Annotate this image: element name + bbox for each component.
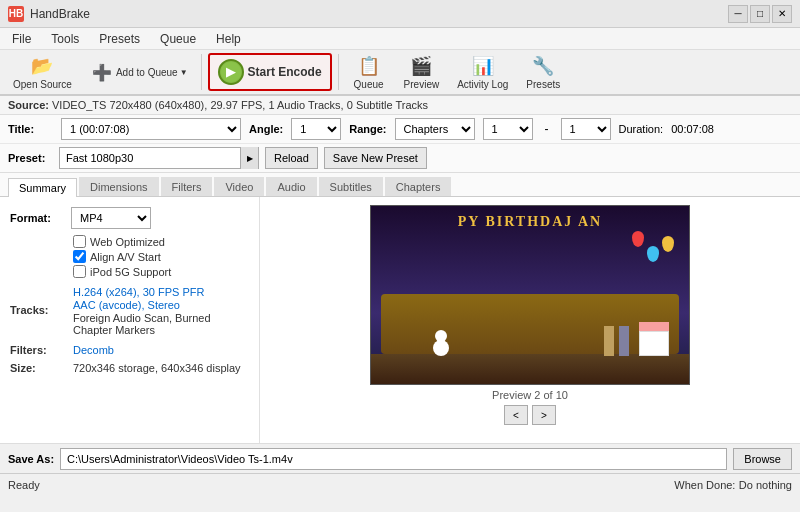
tab-chapters[interactable]: Chapters xyxy=(385,177,452,196)
presets-icon: 🔧 xyxy=(531,54,555,78)
maximize-button[interactable]: □ xyxy=(750,5,770,23)
size-row: Size: 720x346 storage, 640x346 display xyxy=(10,362,249,374)
queue-button[interactable]: 📋 Queue xyxy=(345,50,393,94)
tab-audio[interactable]: Audio xyxy=(266,177,316,196)
preview-caption: Preview 2 of 10 xyxy=(492,389,568,401)
angle-label: Angle: xyxy=(249,123,283,135)
separator-2 xyxy=(338,54,339,90)
format-row: Format: MP4 xyxy=(10,207,249,229)
presets-button[interactable]: 🔧 Presets xyxy=(519,50,567,94)
tracks-list: H.264 (x264), 30 FPS PFR AAC (avcode), S… xyxy=(73,286,211,336)
status-text: Ready xyxy=(8,479,40,491)
status-bar: Ready When Done: Do nothing xyxy=(0,473,800,495)
menu-tools[interactable]: Tools xyxy=(43,30,87,48)
source-value: VIDEO_TS 720x480 (640x480), 29.97 FPS, 1… xyxy=(52,99,428,111)
chapter-from-select[interactable]: 1 xyxy=(483,118,533,140)
chapter-dash: - xyxy=(545,122,549,136)
menu-queue[interactable]: Queue xyxy=(152,30,204,48)
figure-2 xyxy=(604,326,614,356)
save-new-preset-button[interactable]: Save New Preset xyxy=(324,147,427,169)
preview-next-button[interactable]: > xyxy=(532,405,556,425)
title-row: Title: 1 (00:07:08) Angle: 1 Range: Chap… xyxy=(0,115,800,144)
reload-button[interactable]: Reload xyxy=(265,147,318,169)
separator-1 xyxy=(201,54,202,90)
menu-presets[interactable]: Presets xyxy=(91,30,148,48)
add-to-queue-button[interactable]: ➕ Add to Queue ▼ xyxy=(83,56,195,88)
when-done-value: Do nothing xyxy=(739,479,792,491)
size-label: Size: xyxy=(10,362,65,374)
menu-bar: File Tools Presets Queue Help xyxy=(0,28,800,50)
preview-prev-button[interactable]: < xyxy=(504,405,528,425)
tab-dimensions[interactable]: Dimensions xyxy=(79,177,158,196)
figure-1 xyxy=(619,326,629,356)
open-source-button[interactable]: 📂 Open Source xyxy=(6,50,79,94)
format-select[interactable]: MP4 xyxy=(71,207,151,229)
ipod-5g-checkbox[interactable] xyxy=(73,265,86,278)
size-value: 720x346 storage, 640x346 display xyxy=(73,362,241,374)
filters-value: Decomb xyxy=(73,344,114,356)
align-av-row: Align A/V Start xyxy=(73,250,249,263)
video-preview: PY BIRTHDAJ AN xyxy=(370,205,690,385)
title-select[interactable]: 1 (00:07:08) xyxy=(61,118,241,140)
filters-label: Filters: xyxy=(10,344,65,356)
app-title: HandBrake xyxy=(30,7,90,21)
title-label: Title: xyxy=(8,123,53,135)
activity-log-icon: 📊 xyxy=(471,54,495,78)
chapter-to-select[interactable]: 1 xyxy=(561,118,611,140)
range-label: Range: xyxy=(349,123,386,135)
tracks-label: Tracks: xyxy=(10,304,65,316)
duration-value: 00:07:08 xyxy=(671,123,714,135)
start-encode-button[interactable]: ▶ Start Encode xyxy=(208,53,332,91)
angle-select[interactable]: 1 xyxy=(291,118,341,140)
save-bar: Save As: Browse xyxy=(0,443,800,473)
preview-nav: < > xyxy=(504,405,556,425)
activity-log-button[interactable]: 📊 Activity Log xyxy=(450,50,515,94)
preset-label: Preset: xyxy=(8,152,53,164)
snowball-top xyxy=(435,330,447,342)
close-button[interactable]: ✕ xyxy=(772,5,792,23)
preset-row: Preset: ▶ Reload Save New Preset xyxy=(0,144,800,173)
web-optimized-label: Web Optimized xyxy=(90,236,165,248)
save-as-label: Save As: xyxy=(8,453,54,465)
tab-filters[interactable]: Filters xyxy=(161,177,213,196)
source-label: Source: xyxy=(8,99,52,111)
source-bar: Source: VIDEO_TS 720x480 (640x480), 29.9… xyxy=(0,96,800,115)
cake xyxy=(639,321,669,356)
filters-row: Filters: Decomb xyxy=(10,344,249,356)
tab-video[interactable]: Video xyxy=(214,177,264,196)
track-2: Foreign Audio Scan, Burned xyxy=(73,312,211,324)
balloon-2 xyxy=(647,246,659,262)
menu-file[interactable]: File xyxy=(4,30,39,48)
menu-help[interactable]: Help xyxy=(208,30,249,48)
web-optimized-checkbox[interactable] xyxy=(73,235,86,248)
track-0: H.264 (x264), 30 FPS PFR xyxy=(73,286,211,298)
tracks-row: Tracks: H.264 (x264), 30 FPS PFR AAC (av… xyxy=(10,286,249,336)
tab-subtitles[interactable]: Subtitles xyxy=(319,177,383,196)
tabs-bar: Summary Dimensions Filters Video Audio S… xyxy=(0,173,800,197)
floor xyxy=(371,354,689,384)
table xyxy=(381,294,679,354)
snowman xyxy=(431,321,451,356)
left-panel: Format: MP4 Web Optimized Align A/V Star… xyxy=(0,197,260,443)
ipod-5g-row: iPod 5G Support xyxy=(73,265,249,278)
open-source-icon: 📂 xyxy=(30,54,54,78)
toolbar: 📂 Open Source ➕ Add to Queue ▼ ▶ Start E… xyxy=(0,50,800,96)
duration-label: Duration: xyxy=(619,123,664,135)
preview-button[interactable]: 🎬 Preview xyxy=(397,50,447,94)
range-select[interactable]: Chapters xyxy=(395,118,475,140)
save-path-input[interactable] xyxy=(60,448,727,470)
add-queue-icon: ➕ xyxy=(90,60,114,84)
cake-body xyxy=(639,331,669,356)
main-content: Format: MP4 Web Optimized Align A/V Star… xyxy=(0,197,800,443)
minimize-button[interactable]: ─ xyxy=(728,5,748,23)
right-panel: PY BIRTHDAJ AN Preview 2 of 10 xyxy=(260,197,800,443)
browse-button[interactable]: Browse xyxy=(733,448,792,470)
preview-icon: 🎬 xyxy=(409,54,433,78)
align-av-checkbox[interactable] xyxy=(73,250,86,263)
title-bar: HB HandBrake ─ □ ✕ xyxy=(0,0,800,28)
preset-arrow-button[interactable]: ▶ xyxy=(240,147,258,169)
tab-summary[interactable]: Summary xyxy=(8,178,77,197)
preset-input[interactable] xyxy=(60,148,240,168)
balloon-3 xyxy=(632,231,644,247)
format-label: Format: xyxy=(10,212,65,224)
